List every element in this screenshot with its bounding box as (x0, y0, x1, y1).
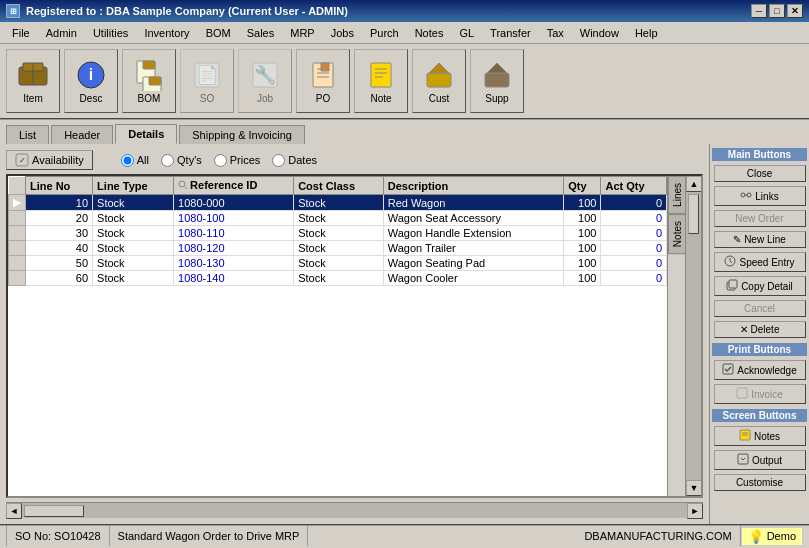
menu-tax[interactable]: Tax (539, 25, 572, 41)
cell-lineno: 50 (26, 256, 93, 271)
menu-file[interactable]: File (4, 25, 38, 41)
hscroll-right-button[interactable]: ► (687, 503, 703, 519)
menu-purch[interactable]: Purch (362, 25, 407, 41)
scroll-up-button[interactable]: ▲ (686, 176, 702, 192)
copy-detail-label: Copy Detail (741, 281, 793, 292)
job-icon: 🔧 (249, 59, 281, 91)
menu-inventory[interactable]: Inventory (136, 25, 197, 41)
vertical-scrollbar[interactable]: ▲ ▼ (685, 176, 701, 496)
hscroll-left-button[interactable]: ◄ (6, 503, 22, 519)
bom-button[interactable]: BOM (122, 49, 176, 113)
availability-button[interactable]: ✓ Availability (6, 150, 93, 170)
cell-linetype: Stock (93, 271, 174, 286)
new-line-label: New Line (744, 234, 786, 245)
radio-qtys[interactable]: Qty's (161, 154, 202, 167)
acknowledge-button[interactable]: Acknowledge (714, 360, 806, 380)
notes-bar[interactable]: Notes (668, 214, 686, 254)
radio-all[interactable]: All (121, 154, 149, 167)
delete-button[interactable]: ✕ Delete (714, 321, 806, 338)
desc-button[interactable]: i Desc (64, 49, 118, 113)
tab-header[interactable]: Header (51, 125, 113, 144)
item-button[interactable]: Item (6, 49, 60, 113)
status-company: DBAMANUFACTURING.COM (576, 526, 740, 546)
customise-label: Customise (736, 477, 783, 488)
menu-help[interactable]: Help (627, 25, 666, 41)
menu-gl[interactable]: GL (451, 25, 482, 41)
menu-admin[interactable]: Admin (38, 25, 85, 41)
close-window-button[interactable]: ✕ (787, 4, 803, 18)
menu-bom[interactable]: BOM (198, 25, 239, 41)
table-row[interactable]: 40Stock1080-120StockWagon Trailer1000 (9, 241, 667, 256)
maximize-button[interactable]: □ (769, 4, 785, 18)
cell-costclass: Stock (294, 211, 384, 226)
menu-utilities[interactable]: Utilities (85, 25, 136, 41)
customise-button[interactable]: Customise (714, 474, 806, 491)
lines-bar[interactable]: Lines (668, 176, 686, 214)
bom-label: BOM (138, 93, 161, 104)
radio-group: All Qty's Prices Dates (121, 154, 317, 167)
menu-transfer[interactable]: Transfer (482, 25, 539, 41)
cell-linetype: Stock (93, 256, 174, 271)
tab-shipping[interactable]: Shipping & Invoicing (179, 125, 305, 144)
svg-rect-22 (427, 73, 451, 87)
cancel-button[interactable]: Cancel (714, 300, 806, 317)
speed-entry-button[interactable]: Speed Entry (714, 252, 806, 272)
table-row[interactable]: 30Stock1080-110StockWagon Handle Extensi… (9, 226, 667, 241)
scroll-thumb[interactable] (688, 194, 699, 234)
hscroll-thumb[interactable] (24, 505, 84, 517)
cell-qty: 100 (564, 226, 601, 241)
po-button[interactable]: PO (296, 49, 350, 113)
cell-refid: 1080-130 (174, 256, 294, 271)
output-button[interactable]: Output (714, 450, 806, 470)
new-line-button[interactable]: ✎ New Line (714, 231, 806, 248)
desc-icon: i (75, 59, 107, 91)
table-row[interactable]: 50Stock1080-130StockWagon Seating Pad100… (9, 256, 667, 271)
col-qty: Qty (564, 177, 601, 195)
menu-window[interactable]: Window (572, 25, 627, 41)
hscroll-track[interactable] (22, 503, 687, 518)
scroll-down-button[interactable]: ▼ (686, 480, 702, 496)
note-button[interactable]: Note (354, 49, 408, 113)
menu-jobs[interactable]: Jobs (323, 25, 362, 41)
note-icon (365, 59, 397, 91)
notes-label: Notes (754, 431, 780, 442)
tab-list[interactable]: List (6, 125, 49, 144)
table-row[interactable]: 20Stock1080-100StockWagon Seat Accessory… (9, 211, 667, 226)
speed-entry-label: Speed Entry (739, 257, 794, 268)
radio-prices[interactable]: Prices (214, 154, 261, 167)
col-description: Description (383, 177, 564, 195)
row-arrow: ▶ (9, 195, 26, 211)
svg-text:🔧: 🔧 (254, 64, 277, 86)
invoice-button[interactable]: Invoice (714, 384, 806, 404)
job-button[interactable]: 🔧 Job (238, 49, 292, 113)
notes-button[interactable]: Notes (714, 426, 806, 446)
new-order-button[interactable]: New Order (714, 210, 806, 227)
close-button[interactable]: Close (714, 165, 806, 182)
cell-linetype: Stock (93, 226, 174, 241)
cust-button[interactable]: Cust (412, 49, 466, 113)
menu-sales[interactable]: Sales (239, 25, 283, 41)
horizontal-scrollbar[interactable]: ◄ ► (6, 502, 703, 518)
col-costclass: Cost Class (294, 177, 384, 195)
speed-entry-icon (724, 255, 736, 269)
cell-actqty: 0 (601, 241, 667, 256)
so-button[interactable]: 📄 SO (180, 49, 234, 113)
menu-mrp[interactable]: MRP (282, 25, 322, 41)
table-row[interactable]: 60Stock1080-140StockWagon Cooler1000 (9, 271, 667, 286)
table-row[interactable]: ▶10Stock1080-000StockRed Wagon1000 (9, 195, 667, 211)
cell-refid: 1080-110 (174, 226, 294, 241)
menu-notes[interactable]: Notes (407, 25, 452, 41)
table-scroll[interactable]: Line No Line Type Reference ID Cost Clas… (8, 176, 667, 496)
row-arrow (9, 226, 26, 241)
radio-dates[interactable]: Dates (272, 154, 317, 167)
copy-detail-button[interactable]: Copy Detail (714, 276, 806, 296)
tab-details[interactable]: Details (115, 124, 177, 144)
cell-refid: 1080-120 (174, 241, 294, 256)
minimize-button[interactable]: ─ (751, 4, 767, 18)
new-line-icon: ✎ (733, 234, 741, 245)
scroll-track[interactable] (686, 192, 701, 480)
desc-label: Desc (80, 93, 103, 104)
links-button[interactable]: Links (714, 186, 806, 206)
supp-button[interactable]: Supp (470, 49, 524, 113)
cell-costclass: Stock (294, 256, 384, 271)
